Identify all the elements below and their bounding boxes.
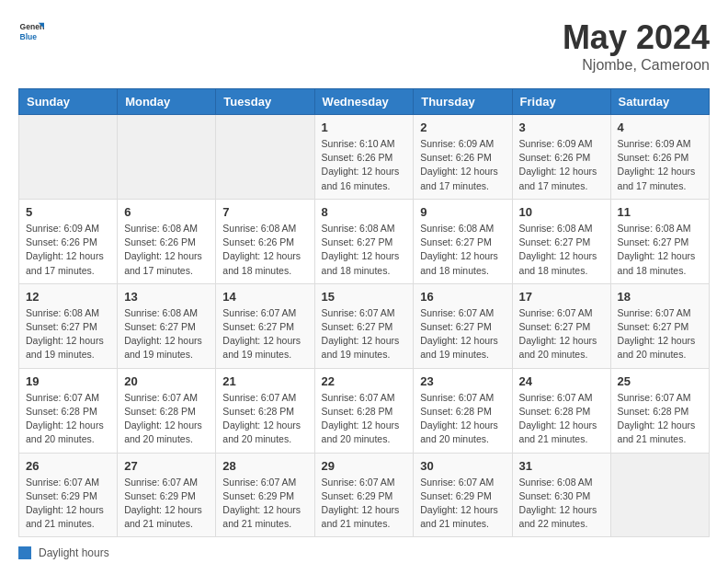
calendar-cell: 19Sunrise: 6:07 AM Sunset: 6:28 PM Dayli…	[19, 368, 118, 453]
day-number: 1	[322, 121, 407, 134]
day-number: 19	[26, 374, 110, 388]
logo-icon: General Blue	[18, 18, 44, 44]
calendar-cell: 28Sunrise: 6:07 AM Sunset: 6:29 PM Dayli…	[216, 453, 314, 537]
day-info: Sunrise: 6:07 AM Sunset: 6:27 PM Dayligh…	[618, 306, 702, 362]
day-info: Sunrise: 6:08 AM Sunset: 6:27 PM Dayligh…	[618, 222, 702, 278]
day-number: 5	[26, 205, 110, 219]
calendar-cell: 27Sunrise: 6:07 AM Sunset: 6:29 PM Dayli…	[118, 453, 216, 537]
calendar-week-row: 19Sunrise: 6:07 AM Sunset: 6:28 PM Dayli…	[19, 368, 710, 453]
weekday-header-tuesday: Tuesday	[216, 89, 314, 115]
day-number: 29	[322, 459, 407, 473]
day-info: Sunrise: 6:09 AM Sunset: 6:26 PM Dayligh…	[26, 222, 110, 278]
day-number: 10	[519, 205, 604, 219]
calendar-cell: 24Sunrise: 6:07 AM Sunset: 6:28 PM Dayli…	[512, 368, 610, 453]
day-number: 26	[26, 459, 110, 473]
day-number: 22	[322, 374, 407, 388]
calendar-cell: 23Sunrise: 6:07 AM Sunset: 6:28 PM Dayli…	[414, 368, 512, 453]
calendar-cell: 26Sunrise: 6:07 AM Sunset: 6:29 PM Dayli…	[19, 453, 118, 537]
calendar-cell: 9Sunrise: 6:08 AM Sunset: 6:27 PM Daylig…	[414, 199, 512, 283]
day-info: Sunrise: 6:07 AM Sunset: 6:27 PM Dayligh…	[322, 306, 407, 362]
calendar-cell: 29Sunrise: 6:07 AM Sunset: 6:29 PM Dayli…	[314, 453, 414, 537]
day-info: Sunrise: 6:08 AM Sunset: 6:27 PM Dayligh…	[124, 306, 209, 362]
day-info: Sunrise: 6:07 AM Sunset: 6:29 PM Dayligh…	[420, 476, 505, 532]
day-info: Sunrise: 6:07 AM Sunset: 6:27 PM Dayligh…	[420, 306, 505, 362]
day-number: 7	[222, 205, 307, 219]
day-info: Sunrise: 6:08 AM Sunset: 6:30 PM Dayligh…	[519, 476, 604, 532]
day-number: 11	[618, 205, 702, 219]
weekday-header-monday: Monday	[118, 89, 216, 115]
calendar-cell: 5Sunrise: 6:09 AM Sunset: 6:26 PM Daylig…	[19, 199, 118, 283]
calendar-week-row: 12Sunrise: 6:08 AM Sunset: 6:27 PM Dayli…	[19, 283, 710, 368]
calendar-cell: 3Sunrise: 6:09 AM Sunset: 6:26 PM Daylig…	[512, 115, 610, 200]
day-number: 14	[222, 290, 307, 304]
calendar-cell: 30Sunrise: 6:07 AM Sunset: 6:29 PM Dayli…	[414, 453, 512, 537]
day-number: 4	[618, 121, 702, 134]
weekday-header-wednesday: Wednesday	[314, 89, 414, 115]
calendar-week-row: 5Sunrise: 6:09 AM Sunset: 6:26 PM Daylig…	[19, 199, 710, 283]
day-number: 17	[519, 290, 604, 304]
title-block: May 2024 Njombe, Cameroon	[563, 18, 710, 74]
calendar-cell: 7Sunrise: 6:08 AM Sunset: 6:26 PM Daylig…	[216, 199, 314, 283]
day-number: 25	[618, 374, 702, 388]
day-info: Sunrise: 6:07 AM Sunset: 6:29 PM Dayligh…	[26, 476, 110, 532]
day-info: Sunrise: 6:07 AM Sunset: 6:28 PM Dayligh…	[222, 391, 307, 447]
day-number: 30	[420, 459, 505, 473]
day-info: Sunrise: 6:08 AM Sunset: 6:26 PM Dayligh…	[124, 222, 209, 278]
calendar-cell: 21Sunrise: 6:07 AM Sunset: 6:28 PM Dayli…	[216, 368, 314, 453]
weekday-header-row: SundayMondayTuesdayWednesdayThursdayFrid…	[19, 89, 710, 115]
weekday-header-friday: Friday	[512, 89, 610, 115]
calendar-cell: 6Sunrise: 6:08 AM Sunset: 6:26 PM Daylig…	[118, 199, 216, 283]
day-info: Sunrise: 6:07 AM Sunset: 6:28 PM Dayligh…	[420, 391, 505, 447]
day-info: Sunrise: 6:07 AM Sunset: 6:28 PM Dayligh…	[322, 391, 407, 447]
svg-text:Blue: Blue	[20, 32, 38, 41]
day-info: Sunrise: 6:07 AM Sunset: 6:28 PM Dayligh…	[618, 391, 702, 447]
month-year-title: May 2024	[563, 18, 710, 57]
logo: General Blue	[18, 18, 44, 44]
day-info: Sunrise: 6:07 AM Sunset: 6:29 PM Dayligh…	[124, 476, 209, 532]
calendar-cell: 10Sunrise: 6:08 AM Sunset: 6:27 PM Dayli…	[512, 199, 610, 283]
legend-label: Daylight hours	[39, 546, 109, 559]
day-number: 12	[26, 290, 110, 304]
day-number: 28	[222, 459, 307, 473]
day-info: Sunrise: 6:07 AM Sunset: 6:28 PM Dayligh…	[519, 391, 604, 447]
day-number: 18	[618, 290, 702, 304]
calendar-cell: 18Sunrise: 6:07 AM Sunset: 6:27 PM Dayli…	[610, 283, 709, 368]
calendar-table: SundayMondayTuesdayWednesdayThursdayFrid…	[18, 88, 710, 537]
day-info: Sunrise: 6:08 AM Sunset: 6:27 PM Dayligh…	[322, 222, 407, 278]
day-info: Sunrise: 6:07 AM Sunset: 6:29 PM Dayligh…	[322, 476, 407, 532]
day-number: 13	[124, 290, 209, 304]
day-info: Sunrise: 6:07 AM Sunset: 6:27 PM Dayligh…	[222, 306, 307, 362]
day-info: Sunrise: 6:10 AM Sunset: 6:26 PM Dayligh…	[322, 137, 407, 193]
legend: Daylight hours	[18, 546, 710, 559]
day-info: Sunrise: 6:09 AM Sunset: 6:26 PM Dayligh…	[420, 137, 505, 193]
calendar-cell: 15Sunrise: 6:07 AM Sunset: 6:27 PM Dayli…	[314, 283, 414, 368]
day-number: 20	[124, 374, 209, 388]
calendar-cell	[19, 115, 118, 200]
day-number: 21	[222, 374, 307, 388]
day-info: Sunrise: 6:08 AM Sunset: 6:26 PM Dayligh…	[222, 222, 307, 278]
location-subtitle: Njombe, Cameroon	[563, 57, 710, 74]
calendar-cell: 11Sunrise: 6:08 AM Sunset: 6:27 PM Dayli…	[610, 199, 709, 283]
calendar-cell: 20Sunrise: 6:07 AM Sunset: 6:28 PM Dayli…	[118, 368, 216, 453]
calendar-cell	[118, 115, 216, 200]
day-number: 24	[519, 374, 604, 388]
day-info: Sunrise: 6:07 AM Sunset: 6:28 PM Dayligh…	[26, 391, 110, 447]
day-number: 15	[322, 290, 407, 304]
calendar-cell: 25Sunrise: 6:07 AM Sunset: 6:28 PM Dayli…	[610, 368, 709, 453]
day-info: Sunrise: 6:08 AM Sunset: 6:27 PM Dayligh…	[420, 222, 505, 278]
day-info: Sunrise: 6:07 AM Sunset: 6:29 PM Dayligh…	[222, 476, 307, 532]
day-info: Sunrise: 6:08 AM Sunset: 6:27 PM Dayligh…	[519, 222, 604, 278]
calendar-cell: 2Sunrise: 6:09 AM Sunset: 6:26 PM Daylig…	[414, 115, 512, 200]
day-number: 9	[420, 205, 505, 219]
calendar-cell: 16Sunrise: 6:07 AM Sunset: 6:27 PM Dayli…	[414, 283, 512, 368]
calendar-cell: 4Sunrise: 6:09 AM Sunset: 6:26 PM Daylig…	[610, 115, 709, 200]
calendar-cell: 17Sunrise: 6:07 AM Sunset: 6:27 PM Dayli…	[512, 283, 610, 368]
calendar-cell	[610, 453, 709, 537]
day-info: Sunrise: 6:07 AM Sunset: 6:27 PM Dayligh…	[519, 306, 604, 362]
day-number: 27	[124, 459, 209, 473]
day-number: 3	[519, 121, 604, 134]
day-number: 6	[124, 205, 209, 219]
page-header: General Blue May 2024 Njombe, Cameroon	[18, 18, 710, 74]
day-number: 31	[519, 459, 604, 473]
calendar-cell: 8Sunrise: 6:08 AM Sunset: 6:27 PM Daylig…	[314, 199, 414, 283]
